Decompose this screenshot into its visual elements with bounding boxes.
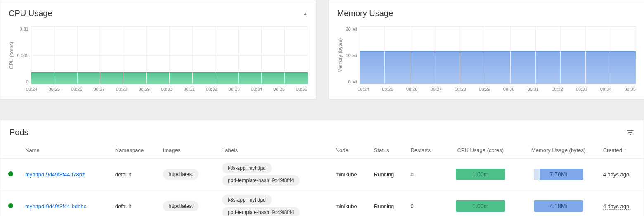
x-tick: 08:27 (93, 87, 105, 92)
x-tick: 08:25 (48, 87, 60, 92)
mem-area-fill (360, 51, 636, 84)
pods-card: Pods Name Namespace Images Labels Node S… (0, 120, 644, 216)
pods-table: Name Namespace Images Labels Node Status… (0, 142, 644, 216)
mem-y-tick: 10 Mi (346, 53, 357, 58)
x-tick: 08:31 (183, 87, 195, 92)
cpu-usage-bar: 1.00m (456, 200, 505, 212)
cpu-usage-title: CPU Usage (9, 9, 52, 18)
pod-node: minikube (331, 159, 370, 190)
x-tick: 08:28 (116, 87, 128, 92)
status-dot-icon (8, 203, 13, 208)
col-namespace[interactable]: Namespace (111, 142, 159, 159)
x-tick: 08:33 (228, 87, 240, 92)
col-labels[interactable]: Labels (218, 142, 331, 159)
col-mem[interactable]: Memory Usage (bytes) (518, 142, 599, 159)
pod-node: minikube (331, 190, 370, 216)
x-tick: 08:34 (600, 87, 612, 92)
label-chip[interactable]: k8s-app: myhttpd (222, 195, 272, 205)
pod-name-link[interactable]: myhttpd-9d49f8f44-bdhhc (25, 203, 86, 209)
col-images[interactable]: Images (159, 142, 218, 159)
col-restarts[interactable]: Restarts (407, 142, 443, 159)
memory-usage-title: Memory Usage (337, 9, 393, 18)
x-tick: 08:25 (382, 87, 393, 92)
x-tick: 08:36 (296, 87, 308, 92)
cpu-y-ticks: 0.01 0.005 0 (14, 26, 31, 84)
col-node[interactable]: Node (331, 142, 370, 159)
x-tick: 08:31 (528, 87, 539, 92)
x-tick: 08:27 (431, 87, 442, 92)
pod-namespace: default (111, 190, 159, 216)
image-chip[interactable]: httpd:latest (163, 201, 199, 211)
pod-name-link[interactable]: myhttpd-9d49f8f44-f78pz (25, 171, 85, 178)
x-tick: 08:26 (71, 87, 83, 92)
cpu-y-tick: 0.005 (17, 53, 28, 58)
cpu-y-tick: 0.01 (20, 26, 28, 31)
memory-usage-bar: 4.18Mi (534, 200, 583, 212)
x-tick: 08:34 (251, 87, 263, 92)
table-row: myhttpd-9d49f8f44-bdhhc default httpd:la… (0, 190, 644, 216)
cpu-y-tick: 0 (26, 79, 28, 84)
created-time[interactable]: 4 days ago (603, 171, 630, 178)
pod-namespace: default (111, 159, 159, 190)
col-status[interactable]: Status (370, 142, 407, 159)
x-tick: 08:24 (26, 87, 38, 92)
sort-asc-icon: ↑ (624, 147, 627, 153)
x-tick: 08:35 (273, 87, 285, 92)
memory-usage-bar: 7.78Mi (534, 169, 583, 180)
x-tick: 08:33 (576, 87, 587, 92)
mem-x-ticks: 08:2408:2508:2608:2708:2808:2908:3008:31… (358, 87, 636, 92)
x-tick: 08:29 (479, 87, 490, 92)
pod-status: Running (370, 190, 407, 216)
x-tick: 08:35 (624, 87, 636, 92)
cpu-y-axis-label: CPU (cores) (9, 26, 14, 84)
memory-usage-card: Memory Usage Memory (bytes) 20 Mi 10 Mi … (329, 0, 644, 99)
mem-y-axis-label: Memory (bytes) (337, 26, 343, 84)
pods-title: Pods (9, 128, 28, 137)
x-tick: 08:24 (358, 87, 369, 92)
mem-y-ticks: 20 Mi 10 Mi 0 Mi (343, 26, 360, 84)
col-created[interactable]: Created↑ (599, 142, 644, 159)
x-tick: 08:30 (161, 87, 173, 92)
created-time[interactable]: 4 days ago (603, 203, 630, 210)
cpu-x-ticks: 08:2408:2508:2608:2708:2808:2908:3008:31… (26, 87, 308, 92)
x-tick: 08:30 (503, 87, 515, 92)
label-chip[interactable]: k8s-app: myhttpd (222, 163, 272, 173)
mem-plot-area[interactable] (360, 26, 636, 84)
x-tick: 08:26 (406, 87, 418, 92)
status-dot-icon (8, 171, 13, 176)
pod-status: Running (370, 159, 407, 190)
label-chip[interactable]: pod-template-hash: 9d49f8f44 (222, 207, 300, 216)
cpu-usage-bar: 1.00m (456, 169, 505, 180)
col-cpu[interactable]: CPU Usage (cores) (443, 142, 518, 159)
pod-restarts: 0 (407, 190, 443, 216)
x-tick: 08:29 (138, 87, 150, 92)
x-tick: 08:32 (552, 87, 563, 92)
image-chip[interactable]: httpd:latest (163, 169, 199, 180)
mem-y-tick: 0 Mi (348, 79, 357, 84)
cpu-usage-card: CPU Usage ▲ CPU (cores) 0.01 0.005 0 08:… (0, 0, 316, 99)
table-header-row: Name Namespace Images Labels Node Status… (0, 142, 644, 159)
col-name[interactable]: Name (21, 142, 111, 159)
mem-y-tick: 20 Mi (346, 26, 357, 31)
filter-icon[interactable] (626, 128, 635, 137)
cpu-plot-area[interactable] (31, 26, 308, 84)
pod-restarts: 0 (407, 159, 443, 190)
label-chip[interactable]: pod-template-hash: 9d49f8f44 (222, 175, 300, 186)
table-row: myhttpd-9d49f8f44-f78pz default httpd:la… (0, 159, 644, 190)
chevron-up-icon[interactable]: ▲ (303, 11, 308, 16)
x-tick: 08:28 (455, 87, 466, 92)
x-tick: 08:32 (206, 87, 218, 92)
